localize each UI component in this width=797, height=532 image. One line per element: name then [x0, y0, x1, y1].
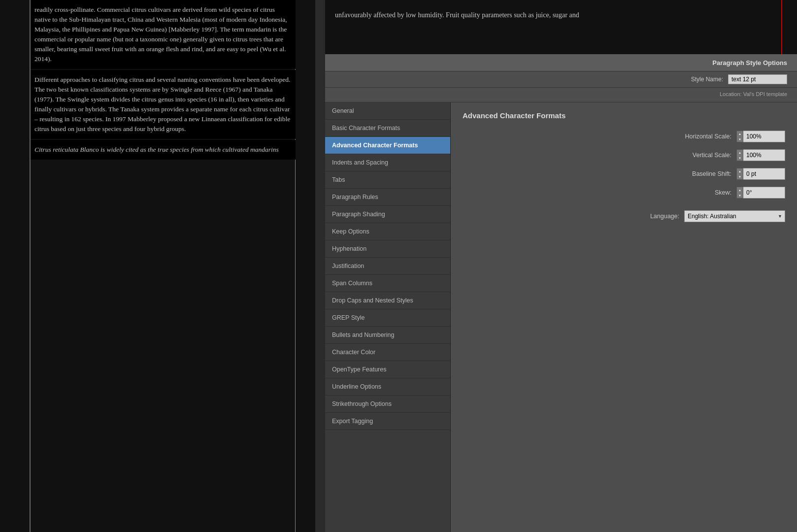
- horizontal-scale-down-arrow[interactable]: ▼: [737, 136, 743, 142]
- nav-item-advanced-char[interactable]: Advanced Character Formats: [325, 137, 450, 154]
- behind-text: unfavourably affected by low humidity. F…: [335, 11, 579, 19]
- nav-item-para-rules[interactable]: Paragraph Rules: [325, 189, 450, 206]
- nav-item-justification[interactable]: Justification: [325, 258, 450, 275]
- panel-body: General Basic Character Formats Advanced…: [325, 102, 797, 532]
- baseline-shift-spinbox[interactable]: ▲ ▼: [736, 168, 785, 180]
- baseline-shift-input[interactable]: [743, 168, 785, 180]
- nav-item-para-shading[interactable]: Paragraph Shading: [325, 206, 450, 223]
- horizontal-scale-up-arrow[interactable]: ▲: [737, 131, 743, 136]
- vertical-scale-up-arrow[interactable]: ▲: [737, 150, 743, 155]
- section-title: Advanced Character Formats: [463, 111, 785, 120]
- vertical-scale-spinbox[interactable]: ▲ ▼: [736, 149, 785, 161]
- style-name-input[interactable]: [728, 74, 787, 84]
- skew-label: Skew:: [715, 189, 731, 196]
- nav-item-keep-options[interactable]: Keep Options: [325, 223, 450, 240]
- nav-item-general[interactable]: General: [325, 102, 450, 120]
- options-content-area: Advanced Character Formats Horizontal Sc…: [451, 102, 797, 532]
- nav-item-basic-char[interactable]: Basic Character Formats: [325, 120, 450, 137]
- paragraph-2: Different approaches to classifying citr…: [30, 70, 296, 139]
- panel-container: unfavourably affected by low humidity. F…: [325, 0, 797, 532]
- skew-spinbox[interactable]: ▲ ▼: [736, 187, 785, 199]
- style-name-row: Style Name:: [325, 71, 797, 88]
- baseline-shift-down-arrow[interactable]: ▼: [737, 174, 743, 179]
- nav-item-span-columns[interactable]: Span Columns: [325, 275, 450, 292]
- options-panel: Paragraph Style Options Style Name: Loca…: [325, 54, 797, 532]
- skew-input[interactable]: [743, 187, 785, 199]
- red-margin-line: [781, 0, 782, 54]
- nav-item-char-color[interactable]: Character Color: [325, 344, 450, 361]
- panel-titlebar: Paragraph Style Options: [325, 54, 797, 71]
- baseline-shift-label: Baseline Shift:: [692, 170, 731, 177]
- skew-up-arrow[interactable]: ▲: [737, 187, 743, 193]
- vertical-scale-label: Vertical Scale:: [693, 152, 731, 159]
- panel-title: Paragraph Style Options: [712, 59, 787, 66]
- baseline-shift-row: Baseline Shift: ▲ ▼: [463, 168, 785, 180]
- location-label: Location: Val's DPI template: [720, 91, 787, 97]
- horizontal-scale-spinbox[interactable]: ▲ ▼: [736, 131, 785, 142]
- nav-item-drop-caps[interactable]: Drop Caps and Nested Styles: [325, 292, 450, 309]
- style-name-label: Style Name:: [691, 76, 723, 83]
- location-value: Val's DPI template: [743, 91, 787, 97]
- document-area: readily cross-pollinate. Commercial citr…: [0, 0, 315, 532]
- document-text-area: readily cross-pollinate. Commercial citr…: [30, 0, 296, 532]
- vertical-scale-input[interactable]: [743, 149, 785, 161]
- skew-down-arrow[interactable]: ▼: [737, 193, 743, 198]
- skew-arrows[interactable]: ▲ ▼: [736, 187, 743, 199]
- horizontal-scale-arrows[interactable]: ▲ ▼: [736, 131, 743, 142]
- nav-item-indents[interactable]: Indents and Spacing: [325, 154, 450, 171]
- center-gap: [315, 0, 325, 532]
- language-label: Language:: [650, 213, 679, 220]
- nav-item-strikethrough[interactable]: Strikethrough Options: [325, 396, 450, 413]
- location-row: Location: Val's DPI template: [325, 88, 797, 102]
- language-select[interactable]: English: Australian English: UK English:…: [684, 210, 785, 222]
- nav-item-opentype[interactable]: OpenType Features: [325, 361, 450, 378]
- nav-item-bullets[interactable]: Bullets and Numbering: [325, 327, 450, 344]
- nav-item-grep-style[interactable]: GREP Style: [325, 309, 450, 327]
- nav-item-hyphenation[interactable]: Hyphenation: [325, 240, 450, 258]
- top-doc-text: unfavourably affected by low humidity. F…: [325, 0, 797, 54]
- vertical-scale-arrows[interactable]: ▲ ▼: [736, 149, 743, 161]
- nav-item-tabs[interactable]: Tabs: [325, 171, 450, 189]
- skew-row: Skew: ▲ ▼: [463, 187, 785, 199]
- horizontal-scale-label: Horizontal Scale:: [685, 133, 732, 140]
- baseline-shift-arrows[interactable]: ▲ ▼: [736, 168, 743, 180]
- baseline-shift-up-arrow[interactable]: ▲: [737, 168, 743, 174]
- horizontal-scale-row: Horizontal Scale: ▲ ▼: [463, 131, 785, 142]
- language-select-wrapper[interactable]: English: Australian English: UK English:…: [684, 210, 785, 222]
- main-layout: readily cross-pollinate. Commercial citr…: [0, 0, 797, 532]
- nav-item-underline[interactable]: Underline Options: [325, 378, 450, 396]
- horizontal-scale-input[interactable]: [743, 131, 785, 142]
- paragraph-3: Citrus reticulata Blanco is widely cited…: [30, 140, 296, 160]
- vertical-scale-row: Vertical Scale: ▲ ▼: [463, 149, 785, 161]
- language-row: Language: English: Australian English: U…: [463, 210, 785, 222]
- vertical-scale-down-arrow[interactable]: ▼: [737, 155, 743, 161]
- nav-list[interactable]: General Basic Character Formats Advanced…: [325, 102, 451, 532]
- paragraph-1: readily cross-pollinate. Commercial citr…: [30, 0, 296, 69]
- nav-item-export-tagging[interactable]: Export Tagging: [325, 413, 450, 430]
